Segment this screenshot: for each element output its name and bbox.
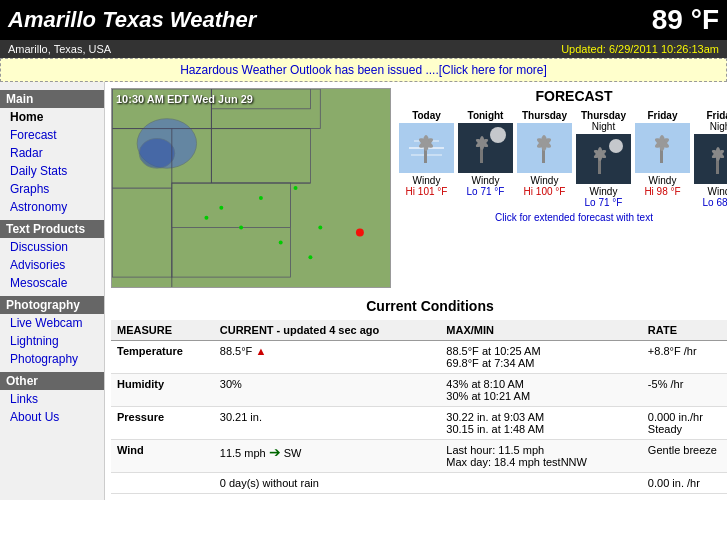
forecast-desc-today: Windy [399, 175, 454, 186]
forecast-day-friday: Friday Windy Hi 98 °F [635, 110, 690, 208]
sidebar-item-daily-stats[interactable]: Daily Stats [0, 162, 104, 180]
svg-point-33 [490, 127, 506, 143]
current-temperature: 89 °F [652, 4, 719, 36]
forecast-temp-tonight: Lo 71 °F [458, 186, 513, 197]
forecast-day-today: Today [399, 110, 454, 208]
sidebar-item-live-webcam[interactable]: Live Webcam [0, 314, 104, 332]
rate-temperature: +8.8°F /hr [642, 341, 727, 374]
maxmin-humidity: 43% at 8:10 AM30% at 10:21 AM [440, 374, 642, 407]
current-temperature-value: 88.5°F ▲ [214, 341, 441, 374]
forecast-desc-thursday-night: Windy [576, 186, 631, 197]
svg-point-17 [239, 226, 243, 230]
top-content: 10:30 AM EDT Wed Jun 29 [111, 88, 727, 288]
main-layout: Main Home Forecast Radar Daily Stats Gra… [0, 82, 727, 500]
forecast-temp-today: Hi 101 °F [399, 186, 454, 197]
rate-humidity: -5% /hr [642, 374, 727, 407]
sidebar-item-advisories[interactable]: Advisories [0, 256, 104, 274]
sidebar-item-mesoscale[interactable]: Mesoscale [0, 274, 104, 292]
page-header: Amarillo Texas Weather 89 °F [0, 0, 727, 40]
main-content: 10:30 AM EDT Wed Jun 29 [105, 82, 727, 500]
sidebar-item-radar[interactable]: Radar [0, 144, 104, 162]
maxmin-rain [440, 473, 642, 494]
svg-point-21 [308, 255, 312, 259]
measure-wind: Wind [111, 440, 214, 473]
sidebar-item-photography[interactable]: Photography [0, 350, 104, 368]
forecast-desc-tonight: Windy [458, 175, 513, 186]
sidebar-item-lightning[interactable]: Lightning [0, 332, 104, 350]
rate-pressure: 0.000 in./hrSteady [642, 407, 727, 440]
current-wind-value: 11.5 mph ➔ SW [214, 440, 441, 473]
extended-forecast-link[interactable]: Click for extended forecast with text [399, 212, 727, 223]
col-header-current: CURRENT - updated 4 sec ago [214, 320, 441, 341]
svg-rect-54 [694, 134, 727, 184]
col-header-measure: MEASURE [111, 320, 214, 341]
svg-point-16 [219, 206, 223, 210]
table-row: 0 day(s) without rain 0.00 in. /hr [111, 473, 727, 494]
current-conditions: Current Conditions MEASURE CURRENT - upd… [111, 298, 727, 494]
current-humidity-value: 30% [214, 374, 441, 407]
up-arrow-icon: ▲ [255, 345, 266, 357]
sidebar-section-main: Main [0, 90, 104, 108]
current-pressure-value: 30.21 in. [214, 407, 441, 440]
sidebar: Main Home Forecast Radar Daily Stats Gra… [0, 82, 105, 500]
svg-rect-32 [458, 123, 513, 173]
sidebar-item-astronomy[interactable]: Astronomy [0, 198, 104, 216]
current-rain-value: 0 day(s) without rain [214, 473, 441, 494]
forecast-title: FORECAST [399, 88, 727, 104]
forecast-day-friday-night: FridayNight Windy [694, 110, 727, 208]
sidebar-section-other: Other [0, 372, 104, 390]
forecast-icon-friday [635, 123, 690, 173]
measure-rain [111, 473, 214, 494]
col-header-maxmin: MAX/MIN [440, 320, 642, 341]
sidebar-section-photography: Photography [0, 296, 104, 314]
forecast-temp-friday-night: Lo 68 °F [694, 197, 727, 208]
subheader-bar: Amarillo, Texas, USA Updated: 6/29/2011 … [0, 40, 727, 58]
sidebar-item-links[interactable]: Links [0, 390, 104, 408]
weather-map: 10:30 AM EDT Wed Jun 29 [111, 88, 391, 288]
conditions-table: MEASURE CURRENT - updated 4 sec ago MAX/… [111, 320, 727, 494]
location-label: Amarillo, Texas, USA [8, 43, 111, 55]
svg-point-23 [356, 229, 364, 237]
svg-point-18 [259, 196, 263, 200]
map-timestamp: 10:30 AM EDT Wed Jun 29 [116, 93, 253, 105]
forecast-icon-thursday-night [576, 134, 631, 184]
wind-arrow-icon: ➔ [269, 444, 281, 460]
rate-rain: 0.00 in. /hr [642, 473, 727, 494]
sidebar-item-graphs[interactable]: Graphs [0, 180, 104, 198]
forecast-icon-thursday [517, 123, 572, 173]
col-header-rate: RATE [642, 320, 727, 341]
forecast-day-thursday: Thursday Windy Hi 100 °F [517, 110, 572, 208]
sidebar-item-about-us[interactable]: About Us [0, 408, 104, 426]
forecast-days: Today [399, 110, 727, 208]
sidebar-section-text-products: Text Products [0, 220, 104, 238]
rate-wind: Gentle breeze [642, 440, 727, 473]
sidebar-item-discussion[interactable]: Discussion [0, 238, 104, 256]
svg-rect-2 [112, 188, 171, 277]
map-svg [112, 89, 390, 287]
measure-pressure: Pressure [111, 407, 214, 440]
table-row: Pressure 30.21 in. 30.22 in. at 9:03 AM3… [111, 407, 727, 440]
sidebar-item-forecast[interactable]: Forecast [0, 126, 104, 144]
conditions-title: Current Conditions [111, 298, 727, 314]
forecast-day-thursday-night: ThursdayNight Windy [576, 110, 631, 208]
forecast-icon-tonight [458, 123, 513, 173]
table-row: Temperature 88.5°F ▲ 88.5°F at 10:25 AM6… [111, 341, 727, 374]
maxmin-temperature: 88.5°F at 10:25 AM69.8°F at 7:34 AM [440, 341, 642, 374]
forecast-panel: FORECAST Today [399, 88, 727, 288]
forecast-temp-thursday: Hi 100 °F [517, 186, 572, 197]
measure-humidity: Humidity [111, 374, 214, 407]
table-row: Wind 11.5 mph ➔ SW Last hour: 11.5 mphMa… [111, 440, 727, 473]
forecast-temp-friday: Hi 98 °F [635, 186, 690, 197]
forecast-desc-friday: Windy [635, 175, 690, 186]
svg-rect-43 [576, 134, 631, 184]
svg-point-20 [294, 186, 298, 190]
svg-rect-4 [211, 129, 310, 183]
svg-point-19 [279, 240, 283, 244]
maxmin-pressure: 30.22 in. at 9:03 AM30.15 in. at 1:48 AM [440, 407, 642, 440]
svg-rect-5 [172, 183, 291, 228]
forecast-temp-thursday-night: Lo 71 °F [576, 197, 631, 208]
sidebar-item-home[interactable]: Home [0, 108, 104, 126]
forecast-desc-thursday: Windy [517, 175, 572, 186]
alert-link[interactable]: Hazardous Weather Outlook has been issue… [180, 63, 547, 77]
forecast-desc-friday-night: Windy [694, 186, 727, 197]
